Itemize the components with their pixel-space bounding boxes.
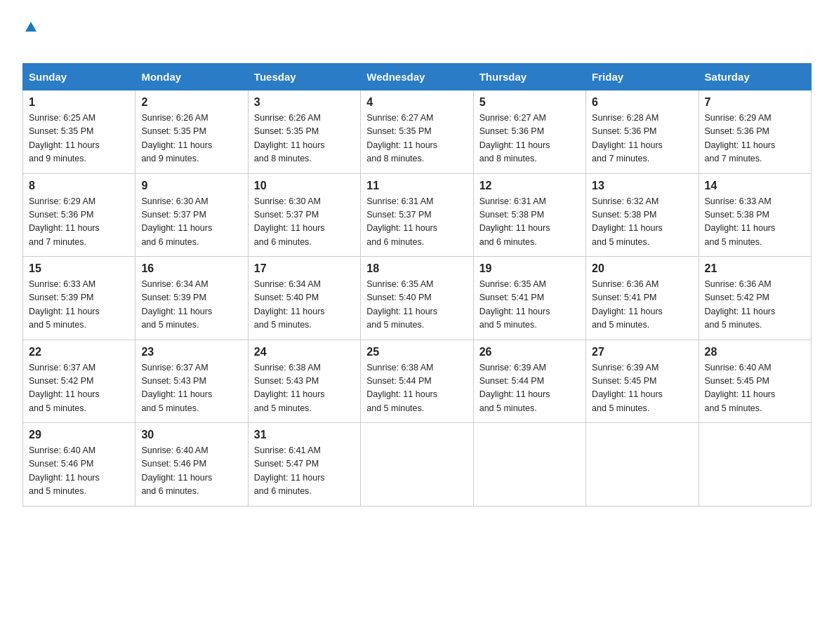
- day-number: 15: [29, 262, 129, 275]
- day-number: 6: [592, 96, 692, 109]
- calendar-table: SundayMondayTuesdayWednesdayThursdayFrid…: [22, 63, 812, 507]
- day-number: 10: [254, 180, 355, 192]
- day-number: 2: [141, 96, 241, 109]
- calendar-cell: 8 Sunrise: 6:29 AMSunset: 5:36 PMDayligh…: [23, 173, 135, 257]
- day-info: Sunrise: 6:27 AMSunset: 5:36 PMDaylight:…: [479, 112, 580, 166]
- calendar-cell: 20 Sunrise: 6:36 AMSunset: 5:41 PMDaylig…: [586, 257, 699, 340]
- day-number: 24: [254, 346, 355, 358]
- calendar-cell: [473, 423, 585, 507]
- day-info: Sunrise: 6:28 AMSunset: 5:36 PMDaylight:…: [592, 112, 692, 166]
- calendar-cell: 23 Sunrise: 6:37 AMSunset: 5:43 PMDaylig…: [135, 340, 248, 423]
- calendar-week-row: 29 Sunrise: 6:40 AMSunset: 5:46 PMDaylig…: [23, 423, 812, 507]
- day-number: 23: [141, 346, 241, 358]
- day-info: Sunrise: 6:33 AMSunset: 5:39 PMDaylight:…: [29, 278, 129, 333]
- calendar-cell: 27 Sunrise: 6:39 AMSunset: 5:45 PMDaylig…: [586, 340, 699, 423]
- calendar-week-row: 15 Sunrise: 6:33 AMSunset: 5:39 PMDaylig…: [23, 257, 812, 340]
- day-number: 27: [592, 346, 692, 358]
- day-number: 11: [366, 180, 467, 192]
- day-number: 19: [479, 262, 580, 275]
- day-number: 20: [592, 262, 692, 275]
- calendar-cell: 1 Sunrise: 6:25 AMSunset: 5:35 PMDayligh…: [23, 90, 135, 174]
- day-info: Sunrise: 6:35 AMSunset: 5:40 PMDaylight:…: [366, 278, 467, 333]
- day-number: 22: [29, 346, 129, 358]
- day-number: 26: [479, 346, 580, 358]
- calendar-cell: 12 Sunrise: 6:31 AMSunset: 5:38 PMDaylig…: [473, 173, 585, 257]
- day-info: Sunrise: 6:37 AMSunset: 5:42 PMDaylight:…: [29, 361, 129, 416]
- day-info: Sunrise: 6:26 AMSunset: 5:35 PMDaylight:…: [141, 112, 241, 166]
- calendar-cell: 29 Sunrise: 6:40 AMSunset: 5:46 PMDaylig…: [23, 423, 135, 507]
- calendar-cell: 16 Sunrise: 6:34 AMSunset: 5:39 PMDaylig…: [135, 257, 248, 340]
- column-header-saturday: Saturday: [699, 64, 811, 90]
- calendar-cell: 5 Sunrise: 6:27 AMSunset: 5:36 PMDayligh…: [473, 90, 585, 174]
- day-number: 29: [29, 429, 129, 441]
- day-info: Sunrise: 6:33 AMSunset: 5:38 PMDaylight:…: [705, 195, 805, 250]
- day-number: 7: [705, 96, 805, 109]
- day-info: Sunrise: 6:34 AMSunset: 5:39 PMDaylight:…: [141, 278, 241, 333]
- day-number: 31: [254, 429, 355, 441]
- calendar-cell: 28 Sunrise: 6:40 AMSunset: 5:45 PMDaylig…: [699, 340, 811, 423]
- calendar-header-row: SundayMondayTuesdayWednesdayThursdayFrid…: [23, 64, 812, 90]
- column-header-sunday: Sunday: [23, 64, 135, 90]
- calendar-cell: [361, 423, 473, 507]
- svg-marker-0: [25, 22, 37, 32]
- calendar-cell: 31 Sunrise: 6:41 AMSunset: 5:47 PMDaylig…: [248, 423, 360, 507]
- day-number: 8: [29, 180, 129, 192]
- calendar-cell: 7 Sunrise: 6:29 AMSunset: 5:36 PMDayligh…: [699, 90, 811, 174]
- calendar-week-row: 1 Sunrise: 6:25 AMSunset: 5:35 PMDayligh…: [23, 90, 812, 174]
- day-number: 4: [366, 96, 467, 109]
- calendar-cell: 26 Sunrise: 6:39 AMSunset: 5:44 PMDaylig…: [473, 340, 585, 423]
- day-number: 1: [29, 96, 129, 109]
- day-number: 16: [141, 262, 241, 275]
- day-number: 14: [705, 180, 805, 192]
- calendar-cell: 13 Sunrise: 6:32 AMSunset: 5:38 PMDaylig…: [586, 173, 699, 257]
- day-info: Sunrise: 6:30 AMSunset: 5:37 PMDaylight:…: [141, 195, 241, 250]
- calendar-cell: 21 Sunrise: 6:36 AMSunset: 5:42 PMDaylig…: [699, 257, 811, 340]
- day-number: 25: [366, 346, 467, 358]
- day-info: Sunrise: 6:26 AMSunset: 5:35 PMDaylight:…: [254, 112, 355, 166]
- calendar-cell: 10 Sunrise: 6:30 AMSunset: 5:37 PMDaylig…: [248, 173, 360, 257]
- day-number: 28: [705, 346, 805, 358]
- calendar-cell: [699, 423, 811, 507]
- calendar-cell: 11 Sunrise: 6:31 AMSunset: 5:37 PMDaylig…: [361, 173, 473, 257]
- column-header-friday: Friday: [586, 64, 699, 90]
- day-info: Sunrise: 6:38 AMSunset: 5:43 PMDaylight:…: [254, 361, 355, 416]
- calendar-cell: [586, 423, 699, 507]
- day-info: Sunrise: 6:29 AMSunset: 5:36 PMDaylight:…: [29, 195, 129, 250]
- calendar-cell: 30 Sunrise: 6:40 AMSunset: 5:46 PMDaylig…: [135, 423, 248, 507]
- column-header-tuesday: Tuesday: [248, 64, 360, 90]
- day-number: 12: [479, 180, 580, 192]
- day-info: Sunrise: 6:40 AMSunset: 5:46 PMDaylight:…: [141, 444, 241, 499]
- day-number: 21: [705, 262, 805, 275]
- day-info: Sunrise: 6:29 AMSunset: 5:36 PMDaylight:…: [705, 112, 805, 166]
- day-info: Sunrise: 6:34 AMSunset: 5:40 PMDaylight:…: [254, 278, 355, 333]
- calendar-cell: 17 Sunrise: 6:34 AMSunset: 5:40 PMDaylig…: [248, 257, 360, 340]
- day-info: Sunrise: 6:25 AMSunset: 5:35 PMDaylight:…: [29, 112, 129, 166]
- day-number: 30: [141, 429, 241, 441]
- calendar-cell: 24 Sunrise: 6:38 AMSunset: 5:43 PMDaylig…: [248, 340, 360, 423]
- calendar-cell: 2 Sunrise: 6:26 AMSunset: 5:35 PMDayligh…: [135, 90, 248, 174]
- calendar-cell: 19 Sunrise: 6:35 AMSunset: 5:41 PMDaylig…: [473, 257, 585, 340]
- column-header-thursday: Thursday: [473, 64, 585, 90]
- day-number: 18: [366, 262, 467, 275]
- column-header-wednesday: Wednesday: [361, 64, 473, 90]
- day-info: Sunrise: 6:35 AMSunset: 5:41 PMDaylight:…: [479, 278, 580, 333]
- calendar-cell: 9 Sunrise: 6:30 AMSunset: 5:37 PMDayligh…: [135, 173, 248, 257]
- calendar-week-row: 8 Sunrise: 6:29 AMSunset: 5:36 PMDayligh…: [23, 173, 812, 257]
- day-info: Sunrise: 6:37 AMSunset: 5:43 PMDaylight:…: [141, 361, 241, 416]
- calendar-cell: 22 Sunrise: 6:37 AMSunset: 5:42 PMDaylig…: [23, 340, 135, 423]
- calendar-cell: 18 Sunrise: 6:35 AMSunset: 5:40 PMDaylig…: [361, 257, 473, 340]
- day-info: Sunrise: 6:31 AMSunset: 5:37 PMDaylight:…: [366, 195, 467, 250]
- day-info: Sunrise: 6:41 AMSunset: 5:47 PMDaylight:…: [254, 444, 355, 499]
- calendar-cell: 15 Sunrise: 6:33 AMSunset: 5:39 PMDaylig…: [23, 257, 135, 340]
- calendar-cell: 6 Sunrise: 6:28 AMSunset: 5:36 PMDayligh…: [586, 90, 699, 174]
- day-number: 17: [254, 262, 355, 275]
- day-number: 3: [254, 96, 355, 109]
- calendar-cell: 4 Sunrise: 6:27 AMSunset: 5:35 PMDayligh…: [361, 90, 473, 174]
- calendar-cell: 25 Sunrise: 6:38 AMSunset: 5:44 PMDaylig…: [361, 340, 473, 423]
- day-number: 9: [141, 180, 241, 192]
- calendar-week-row: 22 Sunrise: 6:37 AMSunset: 5:42 PMDaylig…: [23, 340, 812, 423]
- day-info: Sunrise: 6:32 AMSunset: 5:38 PMDaylight:…: [592, 195, 692, 250]
- day-info: Sunrise: 6:38 AMSunset: 5:44 PMDaylight:…: [366, 361, 467, 416]
- day-info: Sunrise: 6:39 AMSunset: 5:44 PMDaylight:…: [479, 361, 580, 416]
- day-info: Sunrise: 6:36 AMSunset: 5:41 PMDaylight:…: [592, 278, 692, 333]
